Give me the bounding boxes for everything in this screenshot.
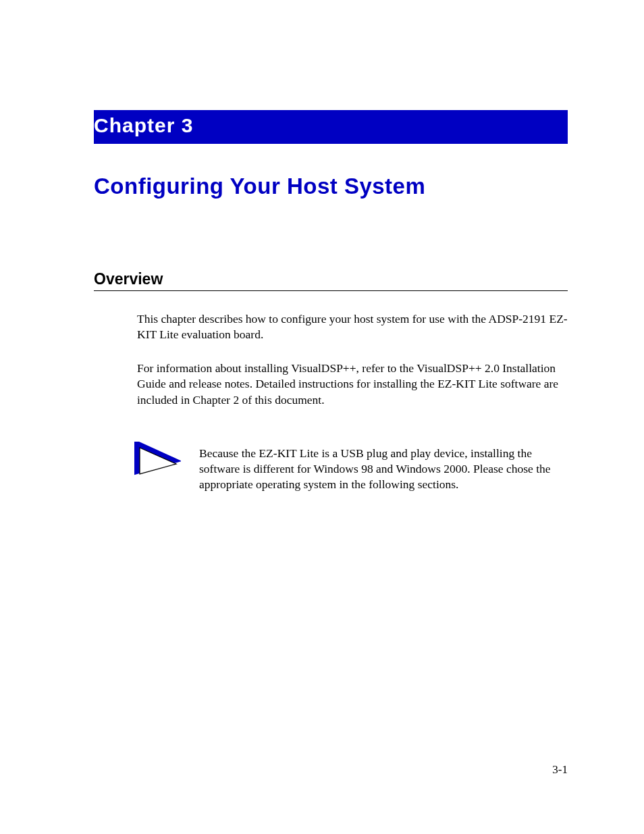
- chapter-title: Configuring Your Host System: [94, 174, 425, 199]
- chapter-number: Chapter 3: [94, 114, 193, 137]
- section-heading: Overview: [94, 270, 163, 288]
- section-rule: [94, 290, 568, 291]
- page: Chapter 3 Configuring Your Host System O…: [0, 0, 644, 834]
- paragraph-2: For information about installing VisualD…: [137, 361, 568, 408]
- paragraph-1: This chapter describes how to configure …: [137, 311, 568, 343]
- note-paragraph: Because the EZ-KIT Lite is a USB plug an…: [199, 446, 568, 492]
- note-icon: [134, 442, 181, 477]
- page-number: 3-1: [552, 763, 568, 777]
